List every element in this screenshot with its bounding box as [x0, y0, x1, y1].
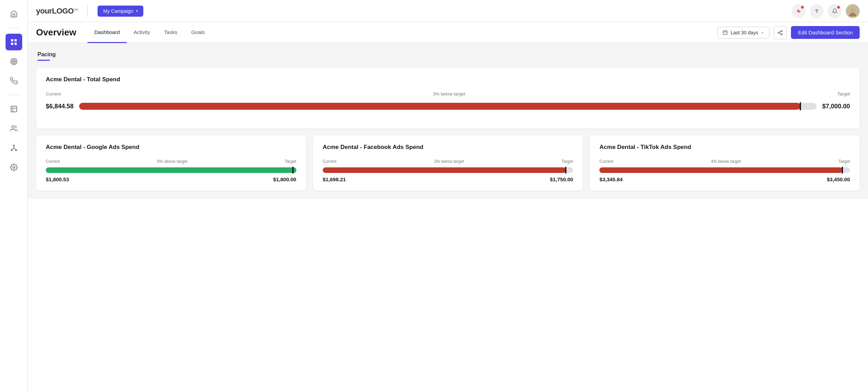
facebook-progress-marker: [565, 167, 566, 174]
svg-line-15: [11, 148, 14, 150]
total-target-value: $7,000.00: [822, 103, 850, 110]
svg-rect-3: [14, 43, 16, 45]
tiktok-labels: Current 4% below target Target: [599, 159, 850, 164]
svg-point-20: [850, 8, 855, 13]
svg-point-11: [13, 145, 15, 147]
facebook-target-value: $1,750.00: [550, 176, 573, 182]
svg-rect-2: [11, 43, 13, 45]
total-progress-bar-container: [79, 99, 817, 113]
total-progress-fill: [79, 103, 800, 110]
svg-marker-18: [797, 9, 801, 13]
edit-dashboard-button[interactable]: Edit Dashboard Section: [791, 26, 860, 39]
svg-line-28: [779, 33, 781, 34]
tabs-right: Last 30 days Edit Dashboard Section: [717, 26, 860, 39]
total-spend-card: Acme Dental - Total Spend Current 3% bel…: [36, 68, 860, 128]
tabs-nav: Dashboard Activity Tasks Goals: [87, 22, 212, 43]
share-button[interactable]: [774, 26, 787, 39]
tab-dashboard[interactable]: Dashboard: [87, 22, 127, 43]
google-ads-title: Acme Dental - Google Ads Spend: [46, 144, 296, 151]
svg-point-17: [13, 166, 15, 168]
tiktok-status-label: 4% below target: [711, 159, 741, 164]
tabs-left: Overview Dashboard Activity Tasks Goals: [36, 22, 212, 43]
tab-tasks[interactable]: Tasks: [157, 22, 184, 43]
facebook-progress-track: [323, 167, 573, 173]
tiktok-current-value: $3,345.84: [599, 176, 623, 182]
logo: yourLOGOTM: [36, 7, 78, 16]
sidebar-item-settings[interactable]: [6, 159, 22, 176]
tiktok-progress-marker: [842, 167, 843, 174]
sidebar-item-home[interactable]: [6, 6, 22, 22]
total-spend-labels: Current 3% below target Target: [46, 91, 850, 97]
svg-point-12: [11, 150, 12, 151]
facebook-values: $1,698.21 $1,750.00: [323, 176, 573, 182]
svg-point-26: [778, 32, 779, 33]
tiktok-ads-progress: Current 4% below target Target $3,345.84…: [599, 159, 850, 182]
facebook-target-label: Target: [562, 159, 573, 164]
sidebar: [0, 0, 28, 391]
google-current-value: $1,800.53: [46, 176, 69, 182]
google-ads-progress: Current 0% above target Target $1,800.53…: [46, 159, 296, 182]
tiktok-progress-track: [599, 167, 850, 173]
campaign-button[interactable]: My Campaign ▾: [98, 6, 143, 17]
total-current-value: $6,844.58: [46, 103, 74, 110]
sub-cards-row: Acme Dental - Google Ads Spend Current 0…: [36, 135, 860, 191]
facebook-progress-fill: [323, 167, 566, 173]
notifications-button[interactable]: [828, 4, 842, 18]
tiktok-target-label: Target: [838, 159, 850, 164]
chevron-down-icon: ▾: [136, 9, 138, 13]
logo-your: your: [36, 7, 52, 15]
svg-point-13: [15, 150, 17, 151]
avatar[interactable]: [846, 4, 860, 18]
google-progress-fill: [46, 167, 296, 173]
total-status-label: 3% below target: [433, 91, 465, 97]
google-target-label: Target: [285, 159, 296, 164]
svg-point-25: [781, 30, 782, 32]
svg-point-6: [13, 61, 15, 62]
facebook-ads-title: Acme Dental - Facebook Ads Spend: [323, 144, 573, 151]
date-chevron-icon: [761, 31, 764, 34]
total-current-label: Current: [46, 91, 61, 97]
content-area: Overview Dashboard Activity Tasks Goals …: [28, 22, 868, 391]
facebook-ads-progress: Current 3% below target Target $1,698.21…: [323, 159, 573, 182]
svg-point-10: [11, 126, 14, 128]
share-icon: [777, 30, 783, 35]
tiktok-values: $3,345.84 $3,450.00: [599, 176, 850, 182]
tiktok-ads-card: Acme Dental - TikTok Ads Spend Current 4…: [590, 135, 860, 191]
facebook-current-label: Current: [323, 159, 337, 164]
svg-line-29: [779, 31, 781, 32]
sidebar-item-reports[interactable]: [6, 101, 22, 117]
topnav-left: yourLOGOTM My Campaign ▾: [36, 5, 143, 17]
tab-goals[interactable]: Goals: [184, 22, 212, 43]
google-labels: Current 0% above target Target: [46, 159, 296, 164]
google-ads-card: Acme Dental - Google Ads Spend Current 0…: [36, 135, 306, 191]
svg-point-27: [781, 33, 782, 35]
question-icon: ?: [815, 8, 818, 14]
topnav: yourLOGOTM My Campaign ▾ ?: [28, 0, 868, 22]
logo-divider: [87, 5, 88, 17]
main-area: yourLOGOTM My Campaign ▾ ?: [28, 0, 868, 391]
total-progress-marker: [800, 102, 801, 110]
topnav-right: ?: [792, 4, 860, 18]
logo-tm: TM: [74, 8, 78, 11]
page-title: Overview: [36, 27, 76, 38]
google-current-label: Current: [46, 159, 60, 164]
google-status-label: 0% above target: [157, 159, 187, 164]
total-progress-track: [79, 103, 817, 110]
tabs-bar: Overview Dashboard Activity Tasks Goals …: [28, 22, 868, 43]
tab-activity[interactable]: Activity: [127, 22, 157, 43]
sidebar-item-dashboard[interactable]: [6, 34, 22, 50]
google-target-value: $1,800.00: [273, 176, 296, 182]
sidebar-item-calls[interactable]: [6, 73, 22, 89]
calendar-icon: [723, 30, 728, 35]
tiktok-progress-fill: [599, 167, 842, 173]
help-button[interactable]: ?: [810, 4, 824, 18]
total-spend-progress: Current 3% below target Target $6,844.58: [46, 91, 850, 113]
sidebar-item-contacts[interactable]: [6, 120, 22, 137]
bolt-button[interactable]: [792, 4, 806, 18]
sidebar-item-integrations[interactable]: [6, 140, 22, 156]
sidebar-item-targeting[interactable]: [6, 53, 22, 70]
svg-line-16: [14, 148, 16, 150]
svg-rect-7: [11, 106, 17, 112]
date-range-button[interactable]: Last 30 days: [717, 27, 769, 39]
campaign-label: My Campaign: [103, 8, 133, 14]
